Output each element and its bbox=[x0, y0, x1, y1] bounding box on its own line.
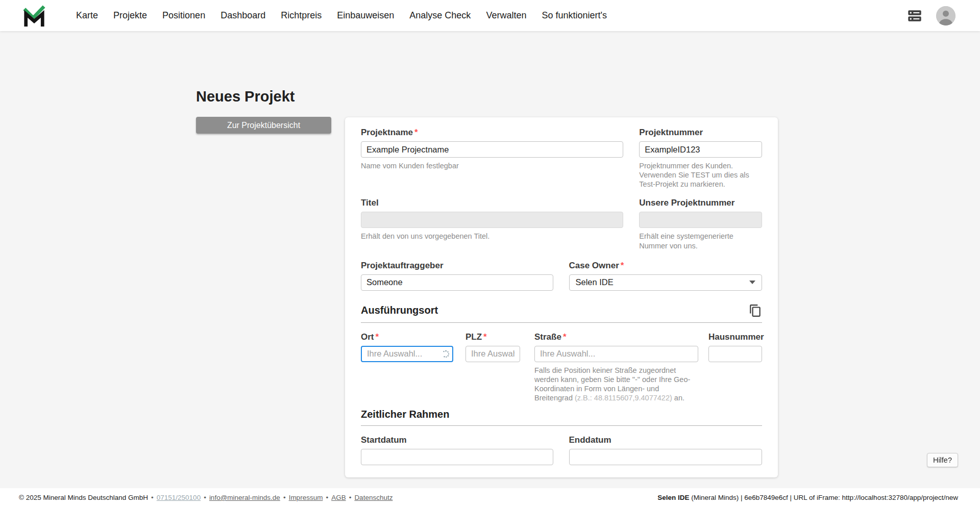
main-content: Neues Projekt Zur Projektübersicht Proje… bbox=[0, 31, 980, 488]
enddatum-input[interactable] bbox=[569, 449, 763, 465]
nav-item-einbauweisen[interactable]: Einbauweisen bbox=[329, 10, 402, 21]
strasse-label: Straße* bbox=[534, 332, 698, 342]
project-form-card: Projektname* Name vom Kunden festlegbar … bbox=[345, 117, 778, 477]
nav-item-analyse-check[interactable]: Analyse Check bbox=[402, 10, 478, 21]
titel-helper: Erhält den von uns vorgegebenen Titel. bbox=[361, 232, 623, 241]
required-asterisk: * bbox=[376, 332, 379, 342]
projektname-label: Projektname* bbox=[361, 128, 623, 138]
footer-session-info: Selen IDE (Mineral Minds) | 6e6b7849e6cf… bbox=[657, 494, 958, 501]
copyright-text: © 2025 Mineral Minds Deutschland GmbH bbox=[19, 494, 148, 501]
logo-icon bbox=[22, 4, 46, 28]
mineral-minds-logo[interactable] bbox=[22, 4, 46, 28]
projektauftraggeber-input[interactable] bbox=[361, 274, 553, 291]
nav-item-verwalten[interactable]: Verwalten bbox=[478, 10, 534, 21]
top-navbar: Karte Projekte Positionen Dashboard Rich… bbox=[0, 0, 980, 31]
footer-link-agb[interactable]: AGB bbox=[331, 494, 346, 501]
ort-input[interactable] bbox=[361, 346, 453, 362]
unsere-projektnummer-input bbox=[639, 212, 762, 228]
projektnummer-input[interactable] bbox=[639, 141, 762, 158]
projektnummer-label: Projektnummer bbox=[639, 128, 762, 138]
hausnummer-input[interactable] bbox=[708, 346, 762, 362]
footer-link-impressum[interactable]: Impressum bbox=[289, 494, 323, 501]
chevron-down-icon bbox=[749, 281, 755, 284]
case-owner-select[interactable]: Selen IDE bbox=[569, 274, 763, 291]
row-location: Ort* PLZ* Straße* Falls die Position kei… bbox=[361, 332, 762, 403]
case-owner-label: Case Owner* bbox=[569, 261, 763, 271]
server-icon[interactable] bbox=[906, 8, 923, 24]
footer-link-phone[interactable]: 07151/250100 bbox=[157, 494, 201, 501]
divider bbox=[361, 425, 762, 426]
user-avatar[interactable] bbox=[936, 6, 955, 26]
divider bbox=[361, 322, 762, 323]
startdatum-label: Startdatum bbox=[361, 435, 553, 445]
session-details: (Mineral Minds) | 6e6b7849e6cf | URL of … bbox=[689, 494, 958, 501]
section-zeitlicher-rahmen: Zeitlicher Rahmen bbox=[361, 409, 762, 420]
back-to-projects-button[interactable]: Zur Projektübersicht bbox=[196, 117, 331, 134]
row-auftraggeber-caseowner: Projektauftraggeber Case Owner* Selen ID… bbox=[361, 261, 762, 291]
required-asterisk: * bbox=[621, 261, 624, 270]
section-ausfuehrungsort: Ausführungsort bbox=[361, 304, 762, 317]
nav-item-so-funktionierts[interactable]: So funktioniert's bbox=[534, 10, 615, 21]
row-dates: Startdatum Enddatum bbox=[361, 435, 762, 465]
copy-icon[interactable] bbox=[749, 304, 762, 317]
help-button[interactable]: Hilfe? bbox=[927, 453, 958, 467]
page-title: Neues Projekt bbox=[196, 88, 295, 105]
nav-item-karte[interactable]: Karte bbox=[68, 10, 106, 21]
form-cards: Projektname* Name vom Kunden festlegbar … bbox=[345, 117, 778, 488]
nav-item-richtpreis[interactable]: Richtpreis bbox=[273, 10, 329, 21]
plz-input[interactable] bbox=[465, 346, 520, 362]
required-asterisk: * bbox=[563, 332, 567, 342]
titel-input bbox=[361, 212, 623, 228]
strasse-helper: Falls die Position keiner Straße zugeord… bbox=[534, 366, 698, 403]
strasse-input[interactable] bbox=[534, 346, 698, 362]
enddatum-label: Enddatum bbox=[569, 435, 763, 445]
footer: © 2025 Mineral Minds Deutschland GmbH • … bbox=[0, 488, 980, 507]
projektname-input[interactable] bbox=[361, 141, 623, 158]
ort-label: Ort* bbox=[361, 332, 453, 342]
projektnummer-helper: Projektnummer des Kunden. Verwenden Sie … bbox=[639, 161, 762, 189]
required-asterisk: * bbox=[414, 128, 418, 137]
nav-item-dashboard[interactable]: Dashboard bbox=[213, 10, 273, 21]
titel-label: Titel bbox=[361, 198, 623, 208]
startdatum-input[interactable] bbox=[361, 449, 553, 465]
row-titel-unsere-nummer: Titel Erhält den von uns vorgegebenen Ti… bbox=[361, 198, 762, 250]
row-name-number: Projektname* Name vom Kunden festlegbar … bbox=[361, 128, 762, 189]
loading-spinner-icon bbox=[442, 350, 449, 358]
session-user: Selen IDE bbox=[657, 494, 689, 501]
navbar-right bbox=[906, 6, 955, 26]
plz-label: PLZ* bbox=[465, 332, 520, 342]
nav-item-positionen[interactable]: Positionen bbox=[155, 10, 213, 21]
footer-left: © 2025 Mineral Minds Deutschland GmbH • … bbox=[19, 494, 393, 501]
hausnummer-label: Hausnummer bbox=[708, 332, 762, 342]
footer-link-email[interactable]: info@mineral-minds.de bbox=[209, 494, 280, 501]
required-asterisk: * bbox=[483, 332, 487, 342]
case-owner-value: Selen IDE bbox=[576, 277, 614, 287]
nav-item-projekte[interactable]: Projekte bbox=[106, 10, 155, 21]
unsere-projektnummer-helper: Erhält eine systemgenerierte Nummer von … bbox=[639, 232, 762, 250]
main-navigation: Karte Projekte Positionen Dashboard Rich… bbox=[68, 10, 615, 21]
ausfuehrungsort-title: Ausführungsort bbox=[361, 305, 438, 316]
person-icon bbox=[936, 6, 955, 26]
zeitlicher-rahmen-title: Zeitlicher Rahmen bbox=[361, 409, 449, 420]
projektname-helper: Name vom Kunden festlegbar bbox=[361, 161, 623, 170]
footer-link-datenschutz[interactable]: Datenschutz bbox=[354, 494, 393, 501]
projektauftraggeber-label: Projektauftraggeber bbox=[361, 261, 553, 271]
unsere-projektnummer-label: Unsere Projektnummer bbox=[639, 198, 762, 208]
